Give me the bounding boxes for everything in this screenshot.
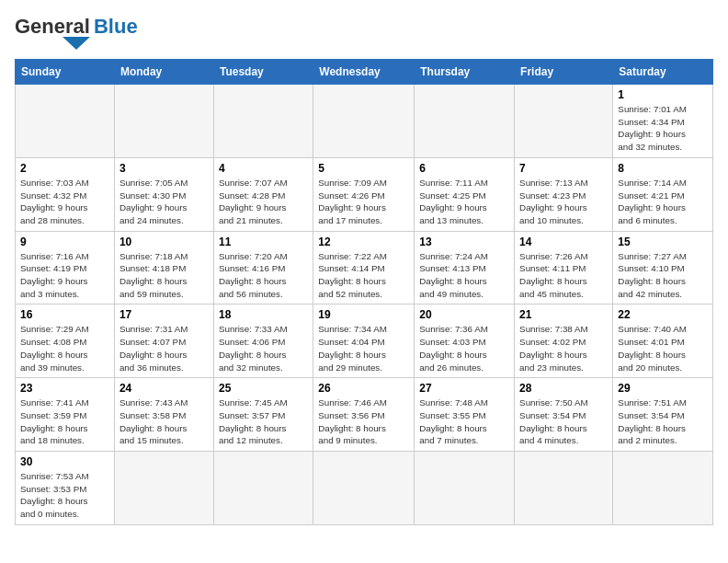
day-info: Sunrise: 7:09 AM Sunset: 4:26 PM Dayligh… (318, 177, 409, 227)
calendar-cell (114, 85, 213, 158)
day-info: Sunrise: 7:05 AM Sunset: 4:30 PM Dayligh… (119, 177, 209, 227)
day-number: 23 (20, 382, 109, 395)
column-header-saturday: Saturday (613, 60, 713, 85)
day-info: Sunrise: 7:11 AM Sunset: 4:25 PM Dayligh… (419, 177, 509, 227)
calendar-cell: 19Sunrise: 7:34 AM Sunset: 4:04 PM Dayli… (313, 304, 415, 378)
day-number: 2 (20, 162, 109, 175)
calendar-cell: 9Sunrise: 7:16 AM Sunset: 4:19 PM Daylig… (16, 231, 115, 304)
day-info: Sunrise: 7:18 AM Sunset: 4:18 PM Dayligh… (119, 250, 209, 301)
calendar-week-row: 9Sunrise: 7:16 AM Sunset: 4:19 PM Daylig… (16, 231, 713, 304)
day-info: Sunrise: 7:27 AM Sunset: 4:10 PM Dayligh… (618, 250, 708, 301)
day-info: Sunrise: 7:07 AM Sunset: 4:28 PM Dayligh… (219, 177, 308, 227)
day-number: 24 (119, 382, 209, 395)
calendar-week-row: 23Sunrise: 7:41 AM Sunset: 3:59 PM Dayli… (16, 378, 713, 452)
calendar-cell: 1Sunrise: 7:01 AM Sunset: 4:34 PM Daylig… (613, 85, 713, 158)
logo-blue-text: Blue (94, 15, 138, 39)
logo: General Blue (15, 15, 138, 50)
calendar-week-row: 1Sunrise: 7:01 AM Sunset: 4:34 PM Daylig… (16, 85, 713, 158)
day-info: Sunrise: 7:20 AM Sunset: 4:16 PM Dayligh… (219, 250, 308, 301)
day-info: Sunrise: 7:40 AM Sunset: 4:01 PM Dayligh… (618, 323, 708, 373)
calendar-cell: 27Sunrise: 7:48 AM Sunset: 3:55 PM Dayli… (415, 378, 515, 452)
column-header-tuesday: Tuesday (213, 60, 313, 85)
calendar-cell (415, 452, 515, 525)
day-number: 15 (618, 236, 708, 248)
day-number: 14 (519, 236, 608, 248)
calendar-cell (313, 452, 415, 525)
calendar-cell: 13Sunrise: 7:24 AM Sunset: 4:13 PM Dayli… (415, 231, 515, 304)
day-number: 8 (618, 162, 708, 175)
day-number: 3 (119, 162, 209, 175)
calendar-cell: 29Sunrise: 7:51 AM Sunset: 3:54 PM Dayli… (613, 378, 713, 452)
day-info: Sunrise: 7:01 AM Sunset: 4:34 PM Dayligh… (618, 103, 708, 154)
calendar-week-row: 2Sunrise: 7:03 AM Sunset: 4:32 PM Daylig… (16, 157, 713, 231)
page-header: General Blue (15, 15, 713, 50)
day-number: 25 (219, 382, 308, 395)
day-number: 20 (419, 308, 509, 321)
calendar-cell: 23Sunrise: 7:41 AM Sunset: 3:59 PM Dayli… (16, 378, 115, 452)
calendar-cell (515, 452, 613, 525)
calendar-cell (213, 452, 313, 525)
calendar-cell: 30Sunrise: 7:53 AM Sunset: 3:53 PM Dayli… (16, 452, 115, 525)
calendar-cell: 26Sunrise: 7:46 AM Sunset: 3:56 PM Dayli… (313, 378, 415, 452)
day-number: 16 (20, 308, 109, 321)
calendar-cell: 24Sunrise: 7:43 AM Sunset: 3:58 PM Dayli… (114, 378, 213, 452)
day-info: Sunrise: 7:33 AM Sunset: 4:06 PM Dayligh… (219, 323, 308, 373)
logo-triangle-icon (63, 37, 90, 50)
calendar-table: SundayMondayTuesdayWednesdayThursdayFrid… (15, 59, 713, 525)
calendar-cell: 8Sunrise: 7:14 AM Sunset: 4:21 PM Daylig… (613, 157, 713, 231)
calendar-week-row: 30Sunrise: 7:53 AM Sunset: 3:53 PM Dayli… (16, 452, 713, 525)
column-header-thursday: Thursday (415, 60, 515, 85)
calendar-cell: 5Sunrise: 7:09 AM Sunset: 4:26 PM Daylig… (313, 157, 415, 231)
day-info: Sunrise: 7:22 AM Sunset: 4:14 PM Dayligh… (318, 250, 409, 301)
calendar-cell (613, 452, 713, 525)
day-info: Sunrise: 7:29 AM Sunset: 4:08 PM Dayligh… (20, 323, 109, 373)
calendar-cell (515, 85, 613, 158)
day-number: 29 (618, 382, 708, 395)
day-info: Sunrise: 7:26 AM Sunset: 4:11 PM Dayligh… (519, 250, 608, 301)
day-info: Sunrise: 7:36 AM Sunset: 4:03 PM Dayligh… (419, 323, 509, 373)
calendar-cell: 7Sunrise: 7:13 AM Sunset: 4:23 PM Daylig… (515, 157, 613, 231)
day-info: Sunrise: 7:38 AM Sunset: 4:02 PM Dayligh… (519, 323, 608, 373)
calendar-cell (415, 85, 515, 158)
day-number: 30 (20, 455, 109, 468)
logo-general-text: General (15, 15, 90, 39)
day-number: 4 (219, 162, 308, 175)
column-header-friday: Friday (515, 60, 613, 85)
day-info: Sunrise: 7:16 AM Sunset: 4:19 PM Dayligh… (20, 250, 109, 301)
day-number: 28 (519, 382, 608, 395)
calendar-cell: 28Sunrise: 7:50 AM Sunset: 3:54 PM Dayli… (515, 378, 613, 452)
day-number: 19 (318, 308, 409, 321)
calendar-cell: 17Sunrise: 7:31 AM Sunset: 4:07 PM Dayli… (114, 304, 213, 378)
day-info: Sunrise: 7:51 AM Sunset: 3:54 PM Dayligh… (618, 396, 708, 447)
day-info: Sunrise: 7:34 AM Sunset: 4:04 PM Dayligh… (318, 323, 409, 373)
calendar-cell: 21Sunrise: 7:38 AM Sunset: 4:02 PM Dayli… (515, 304, 613, 378)
day-info: Sunrise: 7:24 AM Sunset: 4:13 PM Dayligh… (419, 250, 509, 301)
calendar-cell: 18Sunrise: 7:33 AM Sunset: 4:06 PM Dayli… (213, 304, 313, 378)
day-number: 7 (519, 162, 608, 175)
calendar-header-row: SundayMondayTuesdayWednesdayThursdayFrid… (16, 60, 713, 85)
calendar-cell: 25Sunrise: 7:45 AM Sunset: 3:57 PM Dayli… (213, 378, 313, 452)
day-number: 21 (519, 308, 608, 321)
day-number: 26 (318, 382, 409, 395)
day-number: 1 (618, 88, 708, 101)
day-number: 22 (618, 308, 708, 321)
day-number: 17 (119, 308, 209, 321)
calendar-week-row: 16Sunrise: 7:29 AM Sunset: 4:08 PM Dayli… (16, 304, 713, 378)
day-number: 18 (219, 308, 308, 321)
day-info: Sunrise: 7:43 AM Sunset: 3:58 PM Dayligh… (119, 396, 209, 447)
calendar-cell: 4Sunrise: 7:07 AM Sunset: 4:28 PM Daylig… (213, 157, 313, 231)
calendar-cell: 16Sunrise: 7:29 AM Sunset: 4:08 PM Dayli… (16, 304, 115, 378)
calendar-cell: 20Sunrise: 7:36 AM Sunset: 4:03 PM Dayli… (415, 304, 515, 378)
day-info: Sunrise: 7:45 AM Sunset: 3:57 PM Dayligh… (219, 396, 308, 447)
day-info: Sunrise: 7:46 AM Sunset: 3:56 PM Dayligh… (318, 396, 409, 447)
calendar-cell: 12Sunrise: 7:22 AM Sunset: 4:14 PM Dayli… (313, 231, 415, 304)
day-info: Sunrise: 7:13 AM Sunset: 4:23 PM Dayligh… (519, 177, 608, 227)
day-info: Sunrise: 7:14 AM Sunset: 4:21 PM Dayligh… (618, 177, 708, 227)
calendar-cell: 2Sunrise: 7:03 AM Sunset: 4:32 PM Daylig… (16, 157, 115, 231)
calendar-cell: 15Sunrise: 7:27 AM Sunset: 4:10 PM Dayli… (613, 231, 713, 304)
svg-marker-0 (63, 37, 90, 50)
calendar-cell (213, 85, 313, 158)
column-header-monday: Monday (114, 60, 213, 85)
day-info: Sunrise: 7:50 AM Sunset: 3:54 PM Dayligh… (519, 396, 608, 447)
day-number: 27 (419, 382, 509, 395)
